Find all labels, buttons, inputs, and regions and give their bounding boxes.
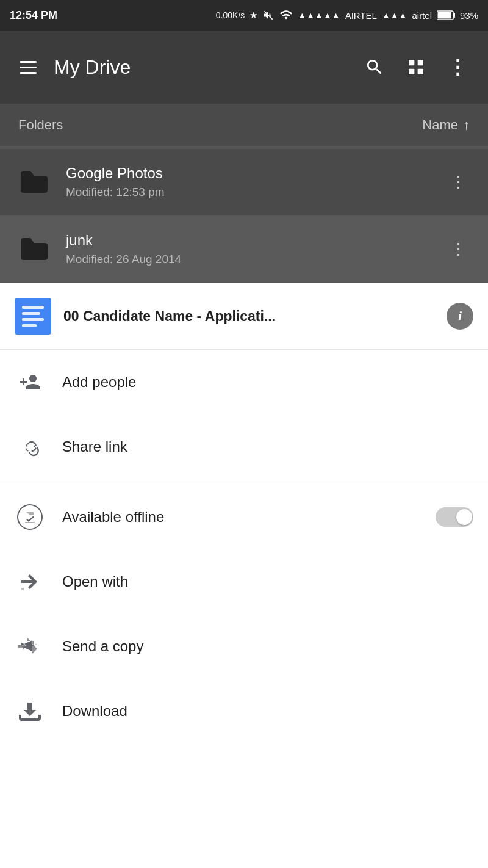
offline-toggle[interactable] xyxy=(436,507,473,527)
doc-line-4 xyxy=(22,324,37,327)
folder-info-2: junk Modified: 26 Aug 2014 xyxy=(66,232,432,266)
share-link-item[interactable]: Share link xyxy=(0,414,488,479)
add-person-icon xyxy=(15,367,45,397)
section-header: Folders Name ↑ xyxy=(0,104,488,146)
status-time: 12:54 PM xyxy=(10,9,57,22)
open-with-item[interactable]: Open with xyxy=(0,549,488,614)
carrier-name: AIRTEL xyxy=(345,10,377,21)
add-people-item[interactable]: Add people xyxy=(0,350,488,414)
svg-point-4 xyxy=(18,505,42,529)
folder-modified-2: Modified: 26 Aug 2014 xyxy=(66,253,432,266)
send-copy-icon xyxy=(15,631,45,662)
signal-icon: ▲▲▲▲▲ xyxy=(298,10,340,20)
doc-line-3 xyxy=(22,318,44,321)
info-button[interactable]: i xyxy=(447,303,473,330)
folder-more-button-2[interactable]: ⋮ xyxy=(444,234,473,265)
search-icon[interactable] xyxy=(360,52,389,82)
open-with-icon xyxy=(15,566,45,597)
offline-icon xyxy=(15,502,45,532)
hamburger-button[interactable] xyxy=(15,56,41,79)
battery-percent: 93% xyxy=(460,10,478,21)
send-copy-label: Send a copy xyxy=(62,638,143,655)
folder-item-google-photos[interactable]: Google Photos Modified: 12:53 pm ⋮ xyxy=(0,149,488,216)
folder-more-button[interactable]: ⋮ xyxy=(444,167,473,198)
file-header-row: 00 Candidate Name - Applicati... i xyxy=(0,283,488,350)
carrier-name2: airtel xyxy=(412,10,432,21)
status-icons: 0.00K/s ★ ▲▲▲▲▲ AIRTEL ▲▲▲ airtel 93% xyxy=(216,9,478,21)
doc-lines xyxy=(17,301,49,332)
battery-icon xyxy=(437,10,455,20)
info-icon: i xyxy=(458,308,462,324)
folder-name: Google Photos xyxy=(66,165,432,182)
hamburger-line-1 xyxy=(20,61,37,63)
download-label: Download xyxy=(62,703,127,720)
bottom-sheet: 00 Candidate Name - Applicati... i Add p… xyxy=(0,283,488,743)
doc-line-1 xyxy=(22,306,44,309)
sort-ascending-icon: ↑ xyxy=(463,117,470,133)
open-with-label: Open with xyxy=(62,573,128,590)
status-bar: 12:54 PM 0.00K/s ★ ▲▲▲▲▲ AIRTEL ▲▲▲ airt… xyxy=(0,0,488,31)
doc-line-2 xyxy=(22,312,40,315)
signal-icon2: ▲▲▲ xyxy=(382,10,407,20)
share-link-label: Share link xyxy=(62,438,127,455)
download-icon xyxy=(15,696,45,726)
folder-item-junk[interactable]: junk Modified: 26 Aug 2014 ⋮ xyxy=(0,216,488,283)
svg-rect-3 xyxy=(437,12,451,19)
folder-info: Google Photos Modified: 12:53 pm xyxy=(66,165,432,199)
folder-modified: Modified: 12:53 pm xyxy=(66,186,432,199)
folder-name-2: junk xyxy=(66,232,432,249)
send-copy-item[interactable]: Send a copy xyxy=(0,614,488,679)
app-bar: My Drive ⋮ xyxy=(0,31,488,104)
file-name: 00 Candidate Name - Applicati... xyxy=(63,308,434,325)
page-title: My Drive xyxy=(54,56,348,79)
sort-label: Name xyxy=(422,117,458,133)
menu-divider-1 xyxy=(0,482,488,482)
sort-control[interactable]: Name ↑ xyxy=(422,117,470,133)
offline-label: Available offline xyxy=(62,508,164,526)
hamburger-line-2 xyxy=(20,67,37,68)
folder-icon-box xyxy=(15,162,54,201)
svg-rect-2 xyxy=(453,13,455,18)
toggle-knob xyxy=(456,509,472,525)
wifi-icon xyxy=(279,10,293,21)
mute-icon xyxy=(262,9,274,21)
file-doc-icon xyxy=(15,298,51,335)
add-people-label: Add people xyxy=(62,374,136,391)
download-item[interactable]: Download xyxy=(0,679,488,743)
network-speed: 0.00K/s xyxy=(216,10,245,20)
grid-view-icon[interactable] xyxy=(401,52,431,82)
bluetooth-icon: ★ xyxy=(249,10,257,21)
folders-label: Folders xyxy=(18,117,63,133)
more-options-icon[interactable]: ⋮ xyxy=(443,51,473,84)
link-icon xyxy=(15,432,45,462)
available-offline-item[interactable]: Available offline xyxy=(0,485,488,549)
hamburger-line-3 xyxy=(20,72,37,74)
folder-icon-box-2 xyxy=(15,230,54,269)
